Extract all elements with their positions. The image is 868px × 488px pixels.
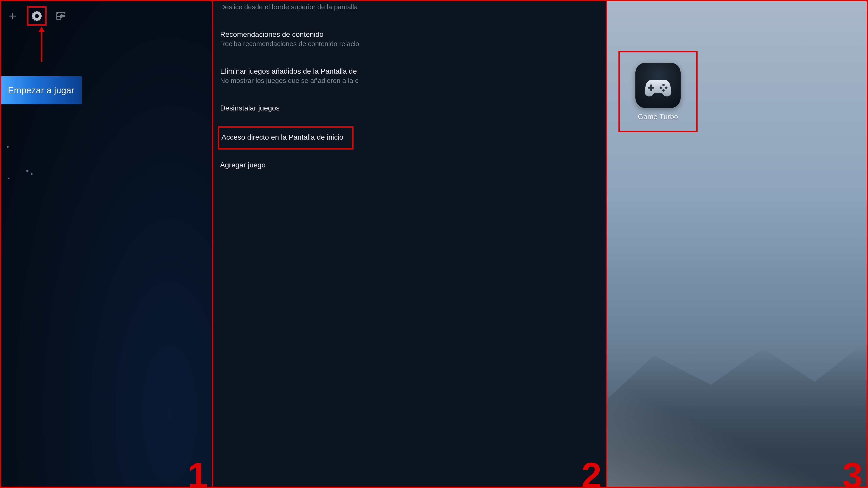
settings-item-add-game[interactable]: Agregar juego [220, 156, 606, 175]
exit-button[interactable] [54, 9, 68, 23]
tutorial-three-panel: Empezar a jugar 1 Deslice desde el borde… [0, 0, 868, 488]
particle-dot [8, 177, 9, 179]
app-shortcut-label: Game Turbo [638, 112, 678, 121]
settings-item-sub: Reciba recomendaciones de contenido rela… [220, 40, 604, 48]
settings-item-title: Acceso directo en la Pantalla de inicio [221, 133, 350, 141]
plus-icon [7, 10, 18, 22]
settings-item-uninstall-games[interactable]: Desinstalar juegos [220, 99, 606, 119]
wallpaper-mountain [607, 341, 867, 487]
panel-step-2: Deslice desde el borde superior de la pa… [213, 1, 607, 487]
svg-point-7 [659, 86, 662, 89]
svg-point-6 [662, 89, 665, 92]
game-controller-icon [643, 71, 673, 100]
settings-item-title: Agregar juego [220, 161, 604, 169]
settings-item-title: Desinstalar juegos [220, 104, 604, 112]
toolbar [1, 1, 212, 26]
particle-dot [7, 146, 8, 148]
settings-list: Deslice desde el borde superior de la pa… [220, 3, 606, 175]
settings-item-sub: No mostrar los juegos que se añadieron a… [220, 77, 604, 85]
panel-step-1: Empezar a jugar 1 [1, 1, 213, 487]
settings-item-title: Recomendaciones de contenido [220, 30, 604, 39]
step-number: 2 [582, 457, 602, 487]
svg-point-4 [662, 84, 665, 86]
start-playing-label: Empezar a jugar [8, 86, 74, 95]
settings-button[interactable] [30, 9, 43, 23]
particle-dot [31, 173, 33, 175]
game-turbo-app-icon[interactable] [636, 63, 681, 108]
settings-item-sub: Deslice desde el borde superior de la pa… [220, 3, 604, 11]
settings-item-content-recommendations[interactable]: Recomendaciones de contenido Reciba reco… [220, 25, 606, 53]
panel-step-3: Game Turbo 3 [607, 1, 867, 487]
settings-item-title: Eliminar juegos añadidos de la Pantalla … [220, 67, 604, 75]
start-playing-button[interactable]: Empezar a jugar [1, 76, 82, 104]
gear-icon [31, 10, 43, 22]
particle-dot [26, 170, 29, 172]
app-shortcut-highlight: Game Turbo [618, 51, 698, 132]
settings-item-swipe-hint[interactable]: Deslice desde el borde superior de la pa… [220, 3, 606, 16]
settings-item-remove-games[interactable]: Eliminar juegos añadidos de la Pantalla … [220, 62, 606, 90]
svg-point-5 [665, 86, 668, 89]
svg-marker-1 [38, 27, 45, 32]
svg-rect-3 [648, 87, 654, 89]
step-number: 1 [188, 457, 208, 487]
annotation-arrow-up [37, 27, 46, 63]
settings-button-highlight [27, 6, 46, 26]
add-game-button[interactable] [6, 9, 20, 23]
exit-icon [55, 10, 67, 22]
settings-item-home-shortcut[interactable]: Acceso directo en la Pantalla de inicio [218, 126, 353, 150]
